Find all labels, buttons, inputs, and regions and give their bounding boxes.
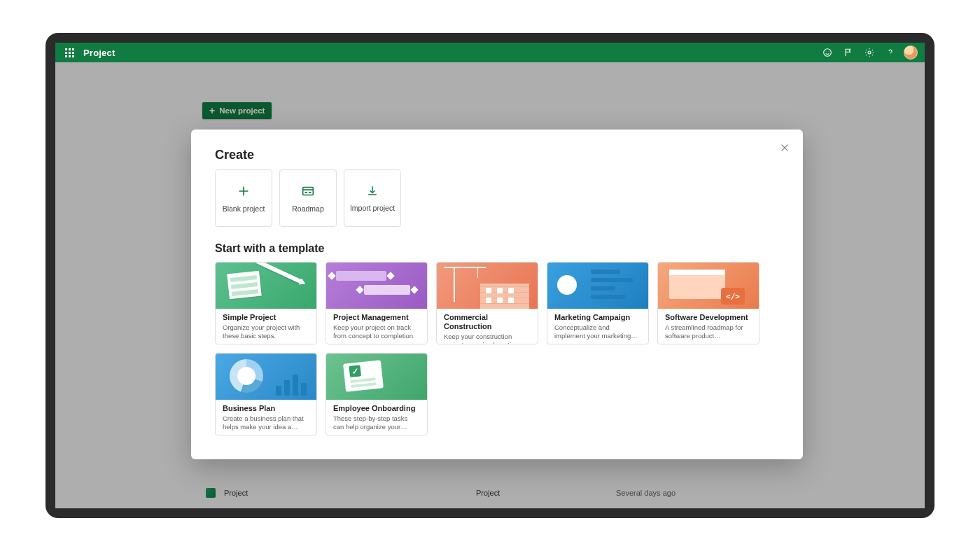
template-title: Business Plan <box>223 404 309 413</box>
device-frame: Project + New project <box>46 33 934 518</box>
flag-button[interactable] <box>838 43 859 62</box>
app-screen: Project + New project <box>55 43 925 508</box>
suite-right-controls <box>817 43 920 62</box>
template-software-development[interactable]: </> Software Development A streamlined r… <box>657 262 760 344</box>
template-art <box>326 354 427 400</box>
create-heading: Create <box>215 148 779 162</box>
settings-button[interactable] <box>859 43 880 62</box>
close-icon <box>780 143 790 153</box>
template-desc: Keep your project on track from concept … <box>333 323 420 340</box>
app-title[interactable]: Project <box>83 48 115 58</box>
template-desc: Create a business plan that helps make y… <box>223 414 309 431</box>
roadmap-label: Roadmap <box>292 204 324 213</box>
import-project-label: Import project <box>350 204 395 212</box>
template-title: Simple Project <box>223 313 309 322</box>
template-desc: Keep your construction project organized… <box>444 333 531 344</box>
template-title: Marketing Campaign <box>554 313 641 322</box>
template-art <box>547 263 648 309</box>
template-heading: Start with a template <box>215 242 779 255</box>
create-modal: Create Blank project Roadmap Import proj… <box>191 130 803 459</box>
template-employee-onboarding[interactable]: Employee Onboarding These step-by-step t… <box>326 353 428 435</box>
blank-project-label: Blank project <box>223 204 265 213</box>
blank-project-card[interactable]: Blank project <box>215 169 272 227</box>
question-icon <box>885 47 896 58</box>
svg-rect-5 <box>303 188 314 195</box>
help-button[interactable] <box>880 43 901 62</box>
template-title: Software Development <box>665 313 752 322</box>
app-launcher-button[interactable] <box>59 43 79 62</box>
create-options-row: Blank project Roadmap Import project <box>215 169 779 227</box>
template-desc: These step-by-step tasks can help organi… <box>333 414 420 431</box>
template-art <box>326 263 427 309</box>
flag-icon <box>843 47 854 58</box>
import-project-card[interactable]: Import project <box>344 169 401 227</box>
feedback-button[interactable] <box>817 43 838 62</box>
template-simple-project[interactable]: Simple Project Organize your project wit… <box>215 262 317 344</box>
roadmap-icon <box>300 183 316 199</box>
template-desc: Conceptualize and implement your marketi… <box>554 323 641 340</box>
suite-header: Project <box>55 43 925 62</box>
template-project-management[interactable]: Project Management Keep your project on … <box>326 262 428 344</box>
waffle-icon <box>65 48 74 57</box>
template-commercial-construction[interactable]: Commercial Construction Keep your constr… <box>436 262 538 344</box>
import-icon <box>365 184 379 198</box>
roadmap-card[interactable]: Roadmap <box>279 169 337 227</box>
plus-icon <box>236 183 251 199</box>
close-button[interactable] <box>776 139 793 156</box>
svg-point-0 <box>824 49 832 57</box>
template-desc: A streamlined roadmap for software produ… <box>665 323 752 340</box>
template-grid: Simple Project Organize your project wit… <box>215 262 779 435</box>
template-business-plan[interactable]: Business Plan Create a business plan tha… <box>215 353 317 435</box>
template-art <box>437 263 538 309</box>
gear-icon <box>864 47 875 58</box>
template-art <box>216 263 316 309</box>
template-title: Employee Onboarding <box>333 404 420 413</box>
template-title: Project Management <box>333 313 420 322</box>
template-marketing-campaign[interactable]: Marketing Campaign Conceptualize and imp… <box>547 262 649 344</box>
template-desc: Organize your project with these basic s… <box>223 323 309 340</box>
svg-point-2 <box>829 51 830 52</box>
template-title: Commercial Construction <box>444 313 531 331</box>
svg-point-3 <box>868 51 871 54</box>
svg-point-1 <box>826 51 827 52</box>
svg-point-4 <box>890 55 891 55</box>
template-art: </> <box>658 263 759 309</box>
template-art <box>216 354 316 400</box>
smiley-icon <box>822 47 833 58</box>
user-avatar[interactable] <box>904 46 918 60</box>
